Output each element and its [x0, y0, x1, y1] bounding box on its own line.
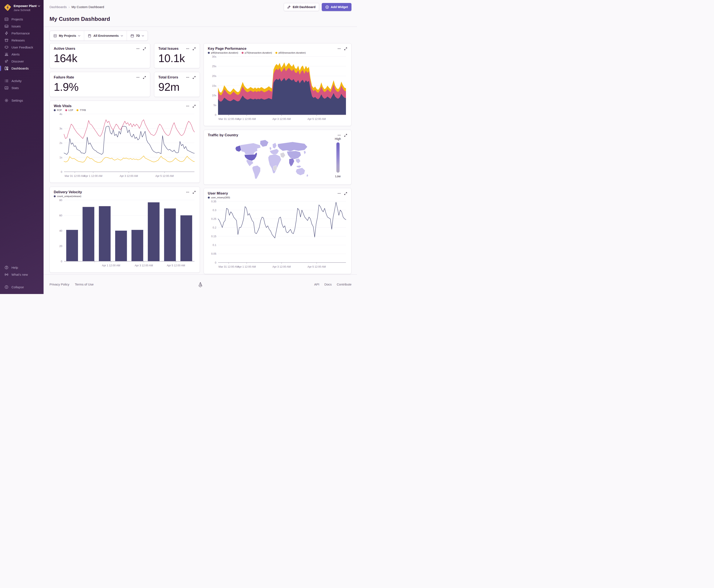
- svg-text:80: 80: [59, 199, 62, 202]
- svg-text:Mar 31 12:00 AM: Mar 31 12:00 AM: [218, 118, 239, 121]
- sidebar-item-user-feedback[interactable]: User Feedback: [0, 44, 44, 51]
- sidebar-item-performance[interactable]: Performance: [0, 30, 44, 37]
- sidebar-item-label: User Feedback: [12, 45, 33, 49]
- sidebar-item-alerts[interactable]: Alerts: [0, 51, 44, 58]
- stats-icon: [4, 86, 8, 90]
- sidebar-item-projects[interactable]: Projects: [0, 16, 44, 23]
- svg-text:0.2: 0.2: [213, 226, 216, 229]
- settings-icon: [4, 99, 8, 103]
- privacy-policy-link[interactable]: Privacy Policy: [49, 282, 69, 286]
- legend-dot: [275, 52, 277, 54]
- widget-expand-icon[interactable]: [344, 192, 347, 195]
- widget-user-misery: User Misery user_misery(300) 00.050.10.1…: [203, 188, 351, 274]
- sidebar-item-label: Collapse: [12, 285, 24, 289]
- legend-item[interactable]: p95(transaction.duration): [208, 51, 238, 54]
- sidebar-item-help[interactable]: Help: [0, 264, 44, 271]
- map-legend-low: Low: [331, 174, 344, 178]
- svg-text:3s: 3s: [60, 127, 62, 130]
- widget-expand-icon[interactable]: [193, 47, 196, 50]
- widget-menu-icon[interactable]: [186, 104, 189, 108]
- svg-text:2s: 2s: [60, 142, 62, 145]
- widget-expand-icon[interactable]: [344, 47, 347, 50]
- legend-item[interactable]: p50(transaction.duration): [275, 51, 306, 54]
- svg-text:4s: 4s: [60, 113, 62, 115]
- widget-menu-icon[interactable]: [136, 76, 139, 79]
- page-footer: Privacy Policy Terms of Use API Docs Con…: [44, 274, 357, 294]
- plus-circle-icon: [325, 5, 329, 9]
- sidebar-collapse-button[interactable]: Collapse: [0, 284, 44, 291]
- chart-legend: user_misery(300): [208, 196, 230, 199]
- key-page-performance-chart[interactable]: 05s10s15s20s25s30sMar 31 12:00 AMApr 1 1…: [208, 55, 347, 123]
- web-vitals-chart[interactable]: 01s2s3s4sMar 31 12:00 AMApr 1 12:00 AMAp…: [54, 112, 196, 180]
- legend-dot: [65, 109, 67, 111]
- issues-icon: [4, 24, 8, 28]
- widget-menu-icon[interactable]: [338, 133, 341, 137]
- org-switcher[interactable]: Empower Plant Jane Schmidt: [0, 3, 44, 16]
- legend-item[interactable]: LCP: [65, 109, 73, 111]
- widget-expand-icon[interactable]: [143, 47, 146, 50]
- sidebar-item-dashboards[interactable]: Dashboards: [0, 65, 44, 72]
- projects-filter[interactable]: My Projects: [50, 31, 84, 41]
- legend-item[interactable]: FCP: [54, 109, 62, 111]
- sidebar-item-issues[interactable]: Issues: [0, 23, 44, 30]
- alerts-icon: [4, 52, 8, 56]
- breadcrumb-dashboards[interactable]: Dashboards: [49, 5, 67, 9]
- legend-item[interactable]: p75(transaction.duration): [242, 51, 272, 54]
- widget-expand-icon[interactable]: [143, 76, 146, 79]
- svg-text:15s: 15s: [212, 84, 216, 87]
- svg-text:0: 0: [215, 261, 216, 264]
- country-greenland: [260, 140, 268, 147]
- world-map[interactable]: High Low: [208, 138, 347, 181]
- widget-menu-icon[interactable]: [338, 192, 341, 195]
- widget-expand-icon[interactable]: [344, 134, 347, 137]
- widget-expand-icon[interactable]: [193, 191, 196, 194]
- sidebar-item-whats-new[interactable]: What's new: [0, 271, 44, 278]
- environments-filter-label: All Environments: [93, 34, 118, 37]
- add-widget-button[interactable]: Add Widget: [322, 3, 351, 11]
- sidebar-item-settings[interactable]: Settings: [0, 97, 44, 104]
- edit-dashboard-button[interactable]: Edit Dashboard: [284, 3, 319, 11]
- svg-text:40: 40: [59, 229, 62, 232]
- sidebar-item-label: What's new: [12, 273, 28, 276]
- svg-text:20: 20: [59, 245, 62, 248]
- country-iran: [280, 152, 285, 158]
- calendar-icon: [130, 34, 134, 38]
- world-map-svg: [214, 138, 333, 181]
- svg-text:Mar 31 12:00 AM: Mar 31 12:00 AM: [65, 174, 85, 177]
- sidebar-item-discover[interactable]: Discover: [0, 58, 44, 65]
- contribute-link[interactable]: Contribute: [337, 282, 351, 286]
- terms-of-use-link[interactable]: Terms of Use: [75, 282, 93, 286]
- releases-icon: [4, 38, 8, 42]
- legend-dot: [54, 195, 56, 197]
- widget-menu-icon[interactable]: [338, 47, 341, 50]
- widget-title: Traffic by Country: [208, 133, 238, 137]
- chevron-down-icon: [142, 35, 144, 37]
- legend-dot: [54, 109, 56, 111]
- sidebar-nav: Projects Issues Performance Releases Use…: [0, 16, 44, 104]
- api-link[interactable]: API: [314, 282, 319, 286]
- sidebar-item-releases[interactable]: Releases: [0, 37, 44, 44]
- legend-item[interactable]: count_unique(release): [54, 195, 81, 197]
- user-misery-chart[interactable]: 00.050.10.150.20.250.30.35Mar 31 12:00 A…: [208, 200, 347, 270]
- environments-filter[interactable]: All Environments: [84, 31, 126, 41]
- widget-value: 164k: [54, 52, 146, 65]
- svg-text:Mar 31 12:00 AM: Mar 31 12:00 AM: [218, 265, 239, 268]
- docs-link[interactable]: Docs: [324, 282, 332, 286]
- widget-menu-icon[interactable]: [136, 47, 139, 50]
- widget-menu-icon[interactable]: [186, 47, 189, 50]
- legend-item[interactable]: user_misery(300): [208, 196, 230, 199]
- sidebar-item-stats[interactable]: Stats: [0, 84, 44, 91]
- widget-menu-icon[interactable]: [186, 190, 189, 194]
- delivery-velocity-chart[interactable]: 020406080Apr 1 12:00 AMApr 3 12:00 AMApr…: [54, 198, 196, 269]
- map-legend-high: High: [331, 137, 344, 141]
- legend-dot: [208, 52, 210, 54]
- date-range-filter[interactable]: 7D: [127, 31, 148, 41]
- svg-text:25s: 25s: [212, 65, 216, 68]
- sentry-logo-icon: [198, 282, 203, 287]
- widget-expand-icon[interactable]: [193, 105, 196, 108]
- projects-icon: [4, 17, 8, 21]
- legend-item[interactable]: TTFB: [77, 109, 86, 111]
- sidebar-item-activity[interactable]: Activity: [0, 77, 44, 84]
- widget-menu-icon[interactable]: [186, 76, 189, 79]
- widget-expand-icon[interactable]: [193, 76, 196, 79]
